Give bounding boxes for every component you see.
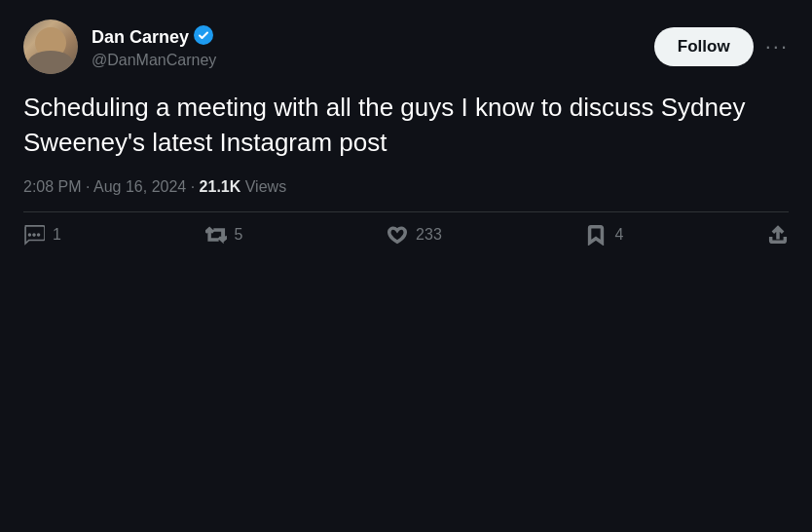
user-name[interactable]: Dan Carney (92, 27, 189, 48)
tweet-views-count: 21.1K (200, 178, 241, 195)
like-action[interactable]: 233 (387, 224, 442, 246)
user-handle[interactable]: @DanManCarney (92, 52, 216, 69)
tweet-actions: 1 5 233 4 (23, 216, 789, 261)
bookmark-icon (585, 224, 607, 246)
reply-count: 1 (53, 226, 61, 244)
share-icon (767, 224, 789, 246)
reply-icon (23, 224, 45, 246)
svg-point-3 (38, 234, 40, 236)
tweet-timestamp: 2:08 PM · Aug 16, 2024 (23, 178, 186, 195)
svg-point-0 (194, 25, 213, 45)
tweet-header-left: Dan Carney @DanManCarney (23, 19, 216, 74)
divider (23, 211, 789, 212)
retweet-action[interactable]: 5 (205, 224, 243, 246)
retweet-count: 5 (235, 226, 243, 244)
user-info: Dan Carney @DanManCarney (92, 25, 216, 69)
svg-point-2 (33, 234, 35, 236)
tweet-views-label: Views (245, 178, 286, 195)
verified-icon (194, 25, 213, 50)
tweet-header: Dan Carney @DanManCarney Follow ··· (23, 19, 789, 74)
more-options-icon[interactable]: ··· (765, 34, 789, 59)
avatar[interactable] (23, 19, 78, 74)
bookmark-action[interactable]: 4 (585, 224, 623, 246)
like-icon (387, 224, 408, 246)
retweet-icon (205, 224, 227, 246)
svg-point-1 (29, 234, 31, 236)
follow-button[interactable]: Follow (654, 27, 754, 66)
tweet-card: Dan Carney @DanManCarney Follow ··· Sche… (0, 0, 812, 532)
like-count: 233 (416, 226, 442, 244)
reply-action[interactable]: 1 (23, 224, 61, 246)
tweet-header-right: Follow ··· (654, 27, 789, 66)
tweet-body: Scheduling a meeting with all the guys I… (23, 90, 789, 161)
user-name-row: Dan Carney (92, 25, 216, 50)
tweet-meta: 2:08 PM · Aug 16, 2024 · 21.1K Views (23, 178, 789, 196)
share-action[interactable] (767, 224, 789, 246)
bookmark-count: 4 (614, 226, 623, 244)
